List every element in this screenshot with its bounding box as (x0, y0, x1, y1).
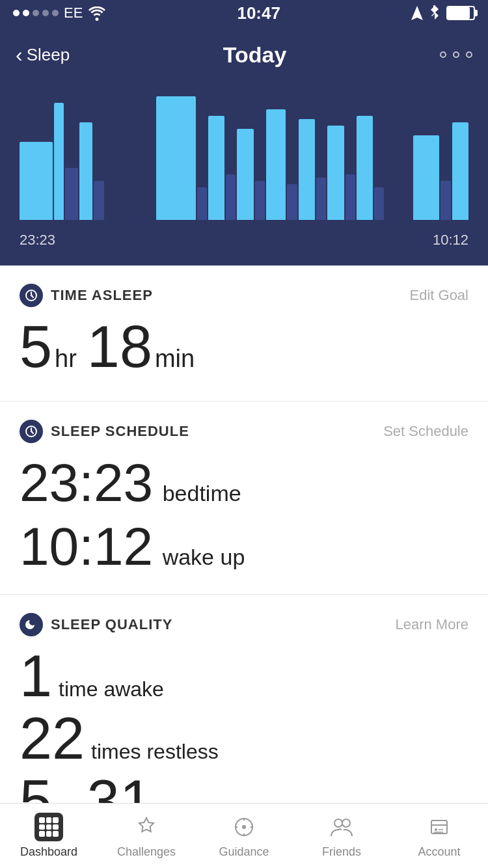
dashboard-icon (34, 813, 63, 841)
guidance-tab-label: Guidance (219, 845, 269, 859)
status-left: EE (13, 5, 106, 21)
status-bar: EE 10:47 (0, 0, 488, 26)
content: TIME ASLEEP Edit Goal 5 hr 18 min SLEEP … (0, 265, 488, 856)
chart-end-time: 10:12 (433, 232, 468, 249)
restless-label: times restless (91, 740, 219, 764)
wifi-icon (88, 7, 106, 21)
svg-point-9 (342, 819, 350, 827)
time-asleep-section: TIME ASLEEP Edit Goal 5 hr 18 min (0, 265, 488, 401)
sleep-quality-label: SLEEP QUALITY (51, 616, 172, 633)
guidance-icon (230, 813, 258, 841)
account-tab-label: Account (418, 845, 460, 859)
tab-guidance[interactable]: Guidance (195, 813, 293, 859)
sleep-chart: 23:23 10:12 (0, 83, 488, 265)
time-asleep-hours-unit: hr (55, 345, 77, 373)
edit-goal-button[interactable]: Edit Goal (410, 287, 469, 304)
time-asleep-header: TIME ASLEEP Edit Goal (20, 284, 468, 307)
restless-row: 22 times restless (20, 709, 468, 768)
dot-2 (453, 51, 459, 58)
svg-point-8 (334, 819, 342, 827)
svg-point-3 (242, 825, 246, 829)
time-asleep-minutes: 18 (87, 318, 152, 376)
sleep-quality-title-wrap: SLEEP QUALITY (20, 613, 172, 636)
clock-icon (25, 289, 38, 302)
back-label: Sleep (27, 45, 70, 65)
tab-dashboard[interactable]: Dashboard (0, 813, 98, 859)
chart-start-time: 23:23 (20, 232, 55, 249)
carrier-label: EE (64, 5, 83, 21)
learn-more-button[interactable]: Learn More (395, 616, 468, 633)
bluetooth-icon (429, 5, 440, 21)
wakeup-time: 10:12 (20, 517, 153, 576)
time-asleep-value: 5 hr 18 min (20, 318, 468, 376)
account-icon (425, 813, 454, 841)
time-asleep-hours: 5 (20, 318, 52, 376)
tab-bar: Dashboard Challenges Guidance (0, 803, 488, 868)
sleep-schedule-label: SLEEP SCHEDULE (51, 423, 189, 440)
status-time: 10:47 (237, 3, 280, 23)
sleep-schedule-title-wrap: SLEEP SCHEDULE (20, 420, 189, 443)
bedtime-time: 23:23 (20, 454, 153, 512)
challenges-icon (132, 813, 161, 841)
time-asleep-minutes-unit: min (155, 345, 195, 373)
awake-label: time awake (59, 677, 164, 701)
sleep-schedule-icon (20, 420, 43, 443)
dot-3 (466, 51, 472, 58)
dot-1 (440, 51, 446, 58)
awake-count: 1 (20, 647, 52, 705)
bedtime-row: 23:23 bedtime (20, 454, 468, 512)
awake-row: 1 time awake (20, 647, 468, 705)
sleep-quality-icon (20, 613, 43, 636)
time-asleep-title-wrap: TIME ASLEEP (20, 284, 153, 307)
wakeup-label: wake up (163, 545, 245, 569)
bedtime-label: bedtime (163, 481, 241, 506)
svg-rect-10 (431, 821, 447, 834)
battery-icon (446, 6, 475, 20)
svg-point-12 (435, 828, 437, 831)
restless-count: 22 (20, 709, 85, 768)
sleep-schedule-header: SLEEP SCHEDULE Set Schedule (20, 420, 468, 443)
tab-friends[interactable]: Friends (293, 813, 390, 859)
set-schedule-button[interactable]: Set Schedule (383, 423, 468, 440)
chart-time-labels: 23:23 10:12 (20, 232, 468, 249)
tab-account[interactable]: Account (390, 813, 488, 859)
wakeup-row: 10:12 wake up (20, 517, 468, 576)
tab-challenges[interactable]: Challenges (98, 813, 195, 859)
dashboard-tab-label: Dashboard (20, 845, 77, 859)
signal-dots (13, 10, 59, 16)
friends-icon (327, 813, 356, 841)
time-asleep-icon (20, 284, 43, 307)
location-icon (411, 6, 423, 20)
chart-bars-container (20, 96, 468, 226)
moon-clock-icon (25, 425, 38, 438)
back-arrow-icon: ‹ (16, 43, 23, 67)
page-title: Today (223, 42, 287, 68)
more-options[interactable] (440, 51, 472, 58)
sleep-quality-header: SLEEP QUALITY Learn More (20, 613, 468, 636)
status-right (411, 5, 475, 21)
nav-bar: ‹ Sleep Today (0, 26, 488, 83)
friends-tab-label: Friends (322, 845, 361, 859)
time-asleep-label: TIME ASLEEP (51, 287, 153, 304)
crescent-icon (25, 618, 38, 631)
sleep-schedule-section: SLEEP SCHEDULE Set Schedule 23:23 bedtim… (0, 401, 488, 595)
back-button[interactable]: ‹ Sleep (16, 43, 70, 67)
challenges-tab-label: Challenges (117, 845, 176, 859)
